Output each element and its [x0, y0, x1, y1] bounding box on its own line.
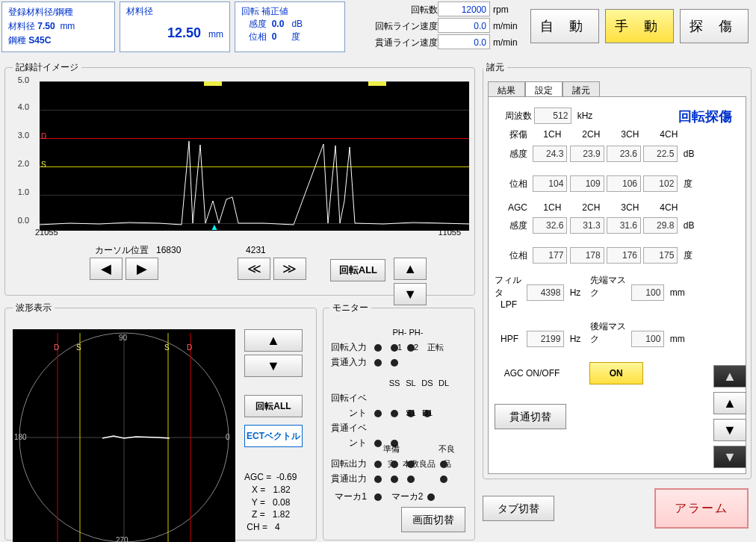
sens-3ch[interactable]: 23.6: [607, 146, 641, 162]
tab-swap-button[interactable]: タブ切替: [483, 496, 554, 521]
rec-ffwd-button[interactable]: ≫: [273, 258, 306, 280]
ph-2ch[interactable]: 109: [570, 175, 604, 192]
wave-down-button[interactable]: ▼: [244, 355, 303, 377]
freq-field[interactable]: 512: [534, 108, 571, 124]
mat-title: 材料径: [126, 5, 223, 18]
correction-box: 回転 補正値 感度 0.0 dB 位相 0 度: [235, 1, 345, 52]
spec-top-button[interactable]: ▲: [713, 365, 746, 387]
through-swap-button[interactable]: 貫通切替: [495, 404, 566, 429]
monitor-panel: モニター PH-1PH-2正転 回転入力 貫通入力 SSSLDSDL 回転イベン…: [323, 302, 475, 541]
recorder-panel: 記録計イメージ 5.0 4.0 3.0 2.0 1.0 0.0 D S ▲ 21…: [4, 61, 475, 296]
rec-prev-button[interactable]: ◀: [90, 258, 123, 280]
agc-on-button[interactable]: ON: [589, 362, 643, 384]
svg-text:90: 90: [119, 334, 128, 342]
led-icon: [407, 476, 415, 483]
waveform-panel: 波形表示 D S S D 90 0 180 270 ▲ ▼ 回転ALL ECTベ…: [4, 302, 317, 541]
sens-1ch[interactable]: 24.3: [533, 146, 567, 162]
registered-material-box: 登録材料径/鋼種 材料径 7.50 mm 鋼種 S45C: [1, 1, 115, 52]
waveform-scope[interactable]: D S S D 90 0 180 270: [13, 329, 235, 542]
mat-unit: mm: [208, 29, 223, 40]
agc-sens-4ch[interactable]: 29.8: [643, 217, 678, 234]
sens-unit: dB: [291, 19, 303, 29]
spec-bottom-button[interactable]: ▼: [713, 446, 746, 468]
sens-lbl: 感度: [249, 19, 267, 29]
rpm-unit: rpm: [490, 1, 523, 18]
hpf-field[interactable]: 2199: [527, 331, 564, 347]
phase-lbl: 位相: [249, 31, 267, 42]
inspect-button[interactable]: 探 傷: [680, 9, 749, 43]
agc-ph-2ch[interactable]: 178: [570, 247, 604, 264]
rotation-detection-link[interactable]: 回転探傷: [678, 108, 732, 125]
rec-up-button[interactable]: ▲: [394, 258, 427, 280]
recorder-title: 記録計イメージ: [13, 61, 81, 74]
led-icon: [391, 461, 398, 468]
ect-vector-button[interactable]: ECTベクトル: [244, 425, 303, 447]
ph-3ch[interactable]: 106: [607, 175, 641, 192]
thrline-value[interactable]: 0.0: [438, 34, 490, 49]
svg-text:S: S: [76, 343, 81, 352]
scope-svg: D S S D 90 0 180 270: [13, 329, 235, 542]
svg-text:180: 180: [14, 433, 27, 441]
phase-val: 0: [272, 31, 277, 42]
led-icon: [391, 359, 398, 367]
led-icon: [374, 344, 382, 352]
auto-button[interactable]: 自 動: [530, 9, 599, 43]
tip-mask-field[interactable]: 100: [631, 284, 664, 301]
waveform-title: 波形表示: [13, 302, 55, 314]
phase-unit: 度: [291, 31, 300, 42]
corr-title: 回転 補正値: [241, 5, 338, 18]
lpf-field[interactable]: 4398: [527, 284, 564, 301]
spec-title: 諸元: [483, 61, 507, 74]
manual-button[interactable]: 手 動: [605, 9, 674, 43]
ph-4ch[interactable]: 102: [643, 175, 678, 192]
wave-rotall-button[interactable]: 回転ALL: [244, 395, 303, 417]
rotline-unit: m/min: [490, 18, 523, 34]
spec-panel: 諸元 結果設定諸元 周波数 512 kHz 回転探傷 探傷 1CH2CH3CH4…: [483, 61, 752, 479]
agc-sens-3ch[interactable]: 31.6: [607, 217, 641, 234]
agc-sens-2ch[interactable]: 31.3: [570, 217, 604, 234]
sens-4ch[interactable]: 22.5: [643, 146, 678, 162]
ph-1ch[interactable]: 104: [533, 175, 567, 192]
wave-up-button[interactable]: ▲: [244, 329, 303, 352]
svg-text:S: S: [164, 343, 170, 352]
rec-next-button[interactable]: ▶: [126, 258, 158, 280]
reg-diam: 7.50: [37, 21, 55, 31]
recorder-chart[interactable]: D S ▲: [40, 81, 469, 231]
cursor-lbl: カーソル位置: [95, 245, 149, 255]
led-icon: [427, 493, 435, 501]
led-icon: [374, 476, 382, 483]
recorder-trace: [40, 81, 469, 231]
alarm-button[interactable]: アラーム: [654, 488, 749, 529]
svg-text:D: D: [54, 343, 59, 352]
screen-swap-button[interactable]: 画面切替: [401, 507, 465, 532]
sens-val: 0.0: [272, 19, 285, 29]
rec-rewind-button[interactable]: ≪: [238, 258, 270, 280]
rotline-value[interactable]: 0.0: [438, 18, 490, 33]
led-icon: [374, 359, 382, 367]
rec-rotall-button[interactable]: 回転ALL: [330, 259, 385, 281]
x-right: 11055: [438, 228, 461, 237]
reg-grade-lbl: 鋼種: [8, 35, 26, 46]
svg-text:270: 270: [116, 536, 128, 542]
agc-ph-4ch[interactable]: 175: [643, 247, 678, 264]
svg-text:D: D: [187, 343, 192, 352]
led-icon: [407, 461, 415, 468]
rpm-label: 回転数: [366, 1, 438, 18]
led-icon: [391, 476, 398, 483]
agc-ph-3ch[interactable]: 176: [607, 247, 641, 264]
led-icon: [440, 476, 447, 483]
x-left: 21055: [35, 228, 58, 237]
tail-mask-field[interactable]: 100: [631, 331, 664, 347]
wave-stats: AGC = -0.69 X = 1.82 Y = 0.08 Z = 1.82 C…: [244, 471, 297, 534]
svg-text:0: 0: [226, 433, 230, 441]
rpm-value[interactable]: 12000: [438, 1, 490, 16]
reg-diam-unit: mm: [60, 21, 75, 31]
thrline-label: 貫通ライン速度: [366, 34, 438, 51]
agc-ph-1ch[interactable]: 177: [533, 247, 567, 264]
spec-up-button[interactable]: ▲: [713, 392, 746, 414]
reg-grade: S45C: [28, 35, 51, 46]
spec-down-button[interactable]: ▼: [713, 419, 746, 441]
agc-sens-1ch[interactable]: 32.6: [533, 217, 567, 234]
speed-group: 回転数12000rpm 回転ライン速度0.0m/min 貫通ライン速度0.0m/…: [350, 1, 523, 51]
sens-2ch[interactable]: 23.9: [570, 146, 604, 162]
